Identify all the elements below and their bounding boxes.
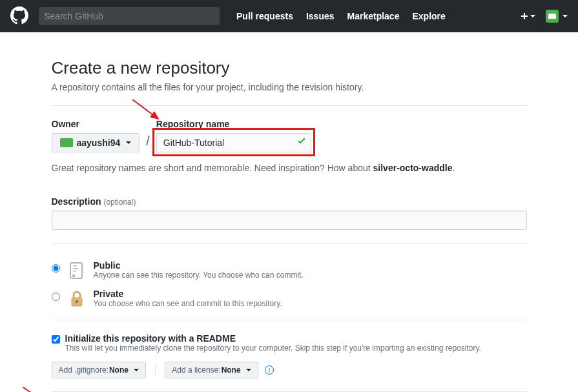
caret-down-icon <box>246 369 251 371</box>
page-subtitle: A repository contains all the files for … <box>52 82 527 92</box>
divider <box>52 320 527 320</box>
repo-name-label: Repository name <box>156 119 311 129</box>
slash-separator: / <box>146 134 150 152</box>
info-icon[interactable]: i <box>265 366 274 375</box>
nav-issues[interactable]: Issues <box>300 11 341 21</box>
svg-line-8 <box>23 387 52 392</box>
initialize-readme-checkbox[interactable] <box>52 335 60 344</box>
gitignore-dropdown[interactable]: Add .gitignore: None <box>52 362 147 378</box>
private-title: Private <box>94 289 527 299</box>
svg-point-5 <box>72 274 75 277</box>
private-desc: You choose who can see and commit to thi… <box>94 299 527 308</box>
github-logo-icon[interactable] <box>10 6 28 26</box>
nav-pull-requests[interactable]: Pull requests <box>230 11 300 21</box>
readme-desc: This will let you immediately clone the … <box>65 344 481 353</box>
caret-down-icon <box>126 141 131 144</box>
description-label: Description (optional) <box>52 196 136 207</box>
main-header: Pull requests Issues Marketplace Explore <box>0 0 578 32</box>
divider <box>155 363 156 377</box>
svg-line-0 <box>132 99 158 119</box>
search-input[interactable] <box>39 7 220 25</box>
avatar-icon <box>546 10 559 23</box>
readme-title: Initialize this repository with a README <box>65 333 481 344</box>
divider <box>52 243 527 243</box>
public-desc: Anyone can see this repository. You choo… <box>94 271 527 280</box>
description-input[interactable] <box>52 211 527 230</box>
repo-name-input[interactable] <box>156 133 311 152</box>
visibility-public-radio[interactable] <box>52 264 60 273</box>
svg-rect-2 <box>73 265 77 267</box>
repo-name-hint: Great repository names are short and mem… <box>52 163 527 173</box>
svg-point-7 <box>76 300 78 303</box>
visibility-private-radio[interactable] <box>52 293 60 301</box>
user-avatar-dropdown[interactable] <box>546 10 568 23</box>
license-dropdown[interactable]: Add a license: None <box>165 362 258 378</box>
public-title: Public <box>94 260 527 271</box>
repo-public-icon <box>67 260 87 281</box>
svg-rect-4 <box>73 271 76 272</box>
create-new-dropdown[interactable] <box>521 12 535 20</box>
divider <box>52 105 527 106</box>
nav-marketplace[interactable]: Marketplace <box>341 11 406 21</box>
page-title: Create a new repository <box>52 58 527 78</box>
owner-name: aayushi94 <box>77 138 121 148</box>
nav-explore[interactable]: Explore <box>406 11 451 21</box>
suggested-name[interactable]: silver-octo-waddle <box>373 163 453 173</box>
caret-down-icon <box>134 369 139 371</box>
owner-dropdown[interactable]: aayushi94 <box>52 133 140 152</box>
check-icon <box>297 137 306 149</box>
svg-rect-3 <box>73 268 78 269</box>
owner-label: Owner <box>52 119 140 129</box>
lock-icon <box>67 289 87 309</box>
owner-avatar-icon <box>60 138 73 147</box>
